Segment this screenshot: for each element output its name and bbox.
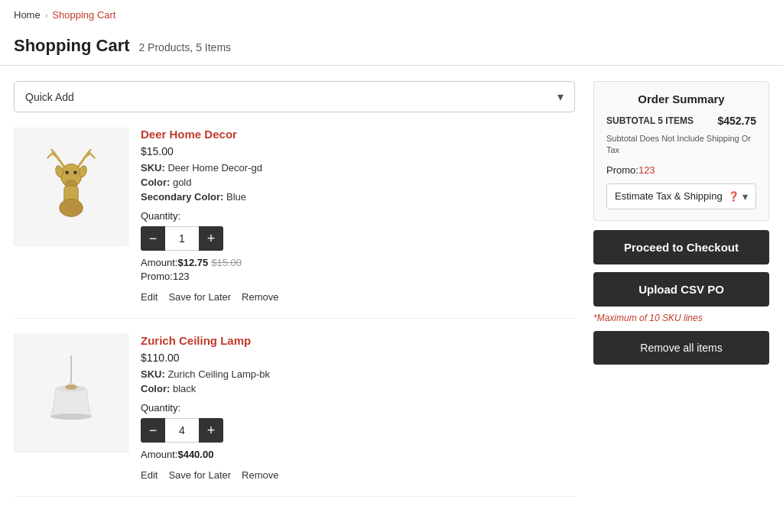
svg-point-20 bbox=[65, 384, 77, 390]
svg-point-15 bbox=[60, 199, 83, 216]
summary-promo-value: 123 bbox=[638, 164, 655, 176]
quantity-decrease-2[interactable]: − bbox=[141, 418, 165, 443]
svg-line-4 bbox=[78, 151, 89, 166]
quantity-label-2: Quantity: bbox=[141, 402, 575, 414]
item-amount-1: Amount:$12.75$15.00 bbox=[141, 257, 575, 268]
csv-warning: *Maximum of 10 SKU lines bbox=[593, 313, 769, 323]
item-image-1 bbox=[14, 128, 128, 246]
cart-item-2: Zurich Ceiling Lamp $110.00 SKU: Zurich … bbox=[14, 334, 575, 497]
item-actions-1: Edit Save for Later Remove bbox=[141, 291, 575, 303]
item-promo-1: Promo:123 bbox=[141, 271, 575, 282]
quantity-decrease-1[interactable]: − bbox=[141, 226, 165, 251]
quick-add-bar[interactable]: Quick Add ▾ bbox=[14, 81, 575, 112]
item-remove-1[interactable]: Remove bbox=[242, 291, 278, 303]
item-name-1[interactable]: Deer Home Decor bbox=[141, 128, 575, 141]
svg-point-19 bbox=[50, 414, 91, 420]
item-amount-2: Amount:$440.00 bbox=[141, 449, 575, 460]
quantity-label-1: Quantity: bbox=[141, 210, 575, 222]
order-summary: Order Summary SUBTOTAL 5 ITEMS $452.75 S… bbox=[593, 81, 769, 365]
page-header: Shopping Cart 2 Products, 5 Items bbox=[0, 30, 783, 66]
page-subtitle: 2 Products, 5 Items bbox=[138, 41, 231, 54]
quantity-control-2: − 4 + bbox=[141, 418, 575, 443]
quantity-increase-2[interactable]: + bbox=[199, 418, 223, 443]
item-amount-value-2: $440.00 bbox=[177, 449, 213, 460]
item-remove-2[interactable]: Remove bbox=[242, 469, 278, 481]
summary-promo: Promo:123 bbox=[606, 164, 756, 176]
main-layout: Quick Add ▾ bbox=[0, 66, 783, 527]
svg-point-10 bbox=[65, 170, 69, 174]
summary-subtotal-row: SUBTOTAL 5 ITEMS $452.75 bbox=[606, 115, 756, 127]
quantity-increase-1[interactable]: + bbox=[199, 226, 223, 251]
summary-box: Order Summary SUBTOTAL 5 ITEMS $452.75 S… bbox=[593, 81, 769, 221]
item-amount-value-1: $12.75 bbox=[177, 257, 208, 268]
item-color-2: Color: black bbox=[141, 383, 575, 394]
deer-image bbox=[41, 149, 102, 225]
quick-add-label: Quick Add bbox=[25, 91, 74, 103]
item-name-2[interactable]: Zurich Ceiling Lamp bbox=[141, 334, 575, 347]
item-image-2 bbox=[14, 334, 128, 453]
item-save-later-2[interactable]: Save for Later bbox=[168, 469, 231, 481]
estimate-chevron-icon: ▾ bbox=[742, 190, 748, 203]
cart-item-1: Deer Home Decor $15.00 SKU: Deer Home De… bbox=[14, 128, 575, 319]
item-sku-1: SKU: Deer Home Decor-gd bbox=[141, 162, 575, 174]
proceed-to-checkout-button[interactable]: Proceed to Checkout bbox=[593, 230, 769, 264]
cart-section: Quick Add ▾ bbox=[14, 81, 575, 512]
breadcrumb-separator: › bbox=[45, 11, 48, 20]
summary-title: Order Summary bbox=[606, 92, 756, 105]
item-save-later-1[interactable]: Save for Later bbox=[168, 291, 231, 303]
estimate-tax-shipping[interactable]: Estimate Tax & Shipping ❓ ▾ bbox=[606, 183, 756, 209]
svg-line-2 bbox=[50, 149, 54, 152]
quantity-value-2: 4 bbox=[165, 418, 199, 443]
item-sku-2: SKU: Zurich Ceiling Lamp-bk bbox=[141, 368, 575, 380]
summary-note: Subtotal Does Not Include Shipping Or Ta… bbox=[606, 133, 756, 157]
item-details-2: Zurich Ceiling Lamp $110.00 SKU: Zurich … bbox=[141, 334, 575, 481]
page-title: Shopping Cart bbox=[14, 36, 130, 55]
estimate-label: Estimate Tax & Shipping ❓ bbox=[615, 190, 739, 202]
breadcrumb-current: Shopping Cart bbox=[52, 9, 115, 21]
help-icon: ❓ bbox=[728, 191, 739, 202]
svg-line-6 bbox=[89, 149, 92, 152]
item-price-1: $15.00 bbox=[141, 145, 575, 157]
svg-line-0 bbox=[54, 151, 64, 166]
quantity-control-1: − 1 + bbox=[141, 226, 575, 251]
item-amount-original-1: $15.00 bbox=[211, 257, 242, 268]
item-details-1: Deer Home Decor $15.00 SKU: Deer Home De… bbox=[141, 128, 575, 303]
quick-add-chevron-icon: ▾ bbox=[557, 89, 564, 104]
svg-point-11 bbox=[73, 170, 77, 174]
breadcrumb-home-link[interactable]: Home bbox=[14, 9, 41, 21]
item-actions-2: Edit Save for Later Remove bbox=[141, 469, 575, 481]
lamp-image bbox=[41, 355, 102, 432]
summary-subtotal-amount: $452.75 bbox=[717, 115, 756, 127]
item-edit-2[interactable]: Edit bbox=[141, 469, 158, 481]
item-color-1: Color: gold bbox=[141, 177, 575, 188]
item-price-2: $110.00 bbox=[141, 352, 575, 364]
upload-csv-po-button[interactable]: Upload CSV PO bbox=[593, 272, 769, 307]
remove-all-items-button[interactable]: Remove all items bbox=[593, 331, 769, 365]
breadcrumb: Home › Shopping Cart bbox=[0, 0, 783, 30]
item-secondary-color-1: Secondary Color: Blue bbox=[141, 191, 575, 203]
quantity-value-1: 1 bbox=[165, 226, 199, 251]
summary-subtotal-label: SUBTOTAL 5 ITEMS bbox=[606, 115, 694, 126]
item-edit-1[interactable]: Edit bbox=[141, 291, 158, 303]
